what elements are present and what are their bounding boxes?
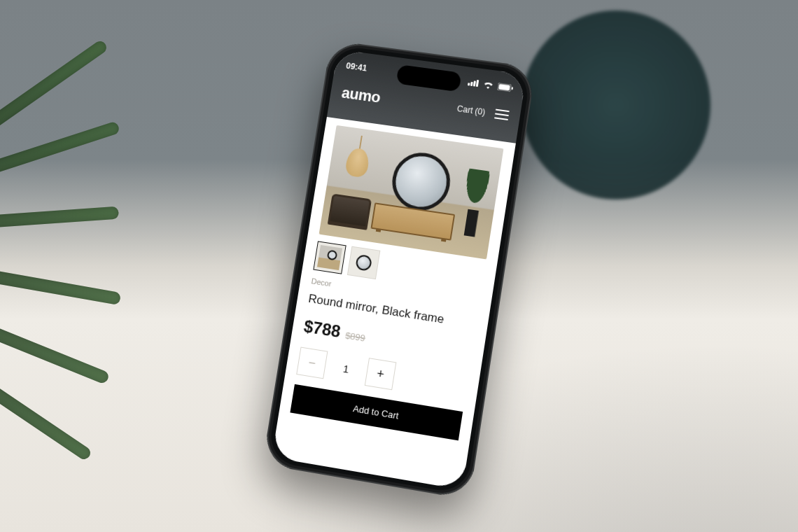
image-mirror: [388, 149, 454, 214]
menu-icon[interactable]: [494, 109, 510, 120]
product-main-image[interactable]: [319, 125, 504, 260]
quantity-decrease-button[interactable]: −: [296, 347, 328, 379]
battery-icon: [497, 83, 513, 92]
cellular-icon: [468, 78, 479, 87]
cart-link[interactable]: Cart (0): [456, 104, 486, 117]
brand-logo[interactable]: aumo: [340, 84, 382, 107]
svg-rect-1: [470, 82, 473, 86]
wifi-icon: [483, 80, 494, 90]
quantity-value: 1: [330, 352, 362, 384]
status-time: 09:41: [345, 61, 368, 74]
thumbnail-2[interactable]: [347, 246, 381, 280]
image-chair: [328, 194, 372, 230]
quantity-increase-button[interactable]: +: [365, 358, 397, 390]
product-compare-price: $899: [344, 330, 366, 344]
svg-rect-5: [498, 83, 510, 90]
image-plant: [456, 168, 493, 238]
svg-rect-0: [468, 83, 470, 85]
background-plant: [0, 84, 196, 448]
image-console: [371, 202, 456, 241]
thumbnail-1[interactable]: [313, 241, 346, 274]
product-price: $788: [302, 316, 342, 342]
svg-rect-6: [512, 87, 514, 90]
svg-rect-2: [473, 80, 476, 86]
svg-rect-3: [476, 80, 479, 87]
image-lamp: [341, 134, 375, 186]
status-icons: [468, 78, 514, 92]
